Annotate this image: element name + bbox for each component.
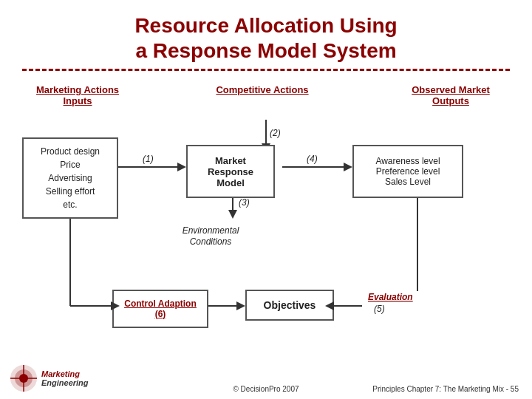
logo-icon [9, 364, 38, 393]
logo-marketing: Marketing [41, 369, 89, 378]
svg-text:(5): (5) [374, 304, 385, 314]
svg-text:Environmental: Environmental [183, 225, 239, 236]
svg-text:(4): (4) [307, 154, 318, 164]
svg-text:Evaluation: Evaluation [368, 292, 413, 302]
svg-text:(3): (3) [239, 197, 250, 208]
outputs-box: Awareness level Preference level Sales L… [352, 145, 463, 198]
logo: Marketing Engineering [9, 364, 89, 393]
objectives-box: Objectives [245, 290, 334, 321]
col-header-center: Competitive Actions [188, 84, 336, 106]
svg-marker-10 [228, 210, 237, 219]
svg-text:Conditions: Conditions [190, 236, 232, 247]
svg-text:(1): (1) [143, 154, 154, 164]
divider [22, 69, 510, 71]
title-line1: Resource Allocation Using [134, 14, 397, 37]
svg-marker-1 [177, 163, 186, 171]
title-line2: a Response Model System [135, 39, 396, 62]
slide-title: Resource Allocation Using a Response Mod… [22, 13, 510, 63]
market-response-text: Market Response Model [208, 155, 253, 188]
col-header-left: Marketing Actions Inputs [22, 84, 133, 106]
copyright: © DecisionPro 2007 [233, 385, 299, 393]
col-header-right: Observed Market Outputs [392, 84, 510, 106]
footer-right: Principles Chapter 7: The Marketing Mix … [372, 385, 519, 393]
inputs-box: Product design Price Advertising Selling… [22, 137, 118, 219]
column-headers: Marketing Actions Inputs Competitive Act… [22, 84, 510, 106]
outputs-text: Awareness level Preference level Sales L… [375, 156, 440, 187]
market-response-box: Market Response Model [186, 145, 275, 198]
control-text: Control Adaption (6) [124, 299, 197, 319]
logo-text: Marketing Engineering [41, 369, 89, 387]
svg-marker-18 [236, 301, 245, 310]
svg-text:(2): (2) [270, 128, 281, 138]
diagram-container: (1) (2) (4) (3) Environmental Conditions [22, 114, 510, 395]
slide: Resource Allocation Using a Response Mod… [0, 0, 532, 399]
objectives-text: Objectives [264, 299, 316, 311]
logo-engineering: Engineering [41, 378, 89, 387]
inputs-text: Product design Price Advertising Selling… [41, 145, 100, 211]
page-ref: Principles Chapter 7: The Marketing Mix … [372, 385, 519, 393]
control-box: Control Adaption (6) [112, 290, 208, 328]
svg-marker-7 [344, 163, 352, 171]
